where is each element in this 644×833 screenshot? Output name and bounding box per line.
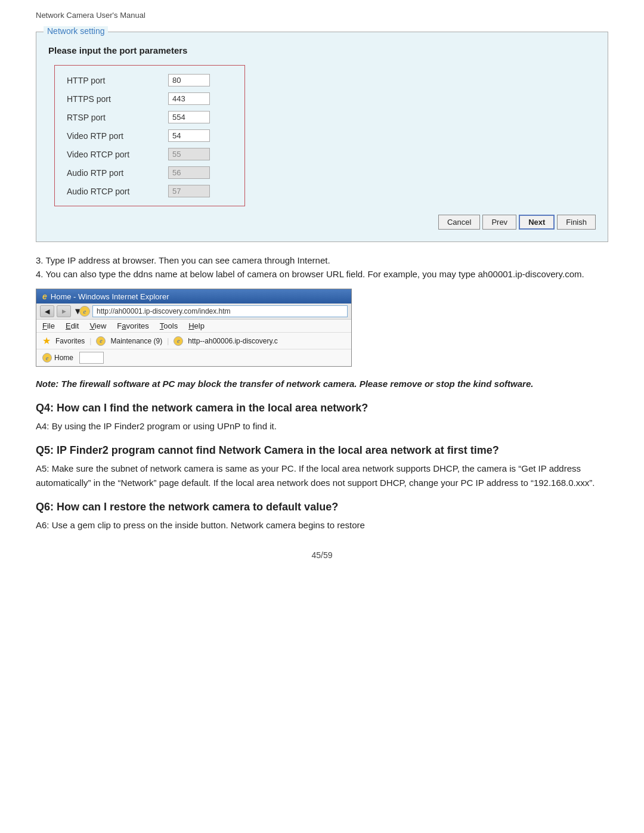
manual-title: Network Camera User's Manual	[36, 11, 145, 20]
rtsp-port-row: RTSP port	[67, 111, 233, 123]
ie-maintenance-label: Maintenance (9)	[110, 337, 162, 345]
https-port-input[interactable]	[168, 92, 210, 105]
ie-toolbar-e-icon: e	[96, 336, 106, 346]
video-rtp-port-input[interactable]	[168, 129, 210, 142]
page-header: Network Camera User's Manual	[0, 0, 644, 26]
video-rtcp-port-row: Video RTCP port	[67, 148, 233, 160]
video-rtp-port-row: Video RTP port	[67, 129, 233, 142]
ie-menu-help[interactable]: Help	[188, 321, 205, 330]
ie-separator2: |	[167, 337, 169, 345]
page-number: 45/59	[36, 550, 608, 560]
ie-e-icon: e	[79, 306, 90, 317]
page-content: Network setting Please input the port pa…	[0, 26, 644, 584]
audio-rtp-port-row: Audio RTP port	[67, 166, 233, 179]
q6-heading: Q6: How can I restore the network camera…	[36, 501, 608, 513]
ie-toolbar: ★ Favorites | e Maintenance (9) | e http…	[36, 333, 351, 349]
port-fields-box: HTTP port HTTPS port RTSP port Video RTP…	[54, 65, 245, 206]
ie-favorites-label: Favorites	[55, 337, 85, 345]
ie-globe-icon: e	[42, 292, 47, 301]
ie-menu-edit[interactable]: Edit	[66, 321, 79, 330]
ie-url-input[interactable]: http://ah00001.ip-discovery.com/index.ht…	[92, 305, 348, 317]
note-text: Note: The firewall software at PC may bl…	[36, 377, 608, 391]
ie-forward-button[interactable]: ▶	[57, 305, 71, 317]
q5-answer: A5: Make sure the subnet of network came…	[36, 462, 608, 490]
video-rtcp-port-input	[168, 148, 210, 160]
ie-address-bar: ◀ ▶ ▼ e http://ah00001.ip-discovery.com/…	[36, 304, 351, 320]
rtsp-port-label: RTSP port	[67, 113, 168, 122]
ie-tab-label: Home	[54, 354, 73, 362]
http-port-input[interactable]	[168, 74, 210, 86]
network-setting-legend: Network setting	[44, 26, 108, 36]
step4-text: 4. You can also type the ddns name at be…	[36, 269, 608, 279]
ie-window: e Home - Windows Internet Explorer ◀ ▶ ▼…	[36, 289, 352, 367]
https-port-row: HTTPS port	[67, 92, 233, 105]
audio-rtcp-port-row: Audio RTCP port	[67, 185, 233, 197]
q5-heading: Q5: IP Finder2 program cannot find Netwo…	[36, 444, 608, 457]
next-button[interactable]: Next	[519, 215, 555, 230]
ie-tab-e-icon: e	[42, 353, 52, 363]
ie-tab-content-area	[79, 352, 104, 364]
finish-button[interactable]: Finish	[557, 215, 596, 230]
video-rtp-port-label: Video RTP port	[67, 131, 168, 141]
ie-title-bar: e Home - Windows Internet Explorer	[36, 289, 351, 304]
note-content: Note: The firewall software at PC may bl…	[36, 379, 533, 389]
audio-rtcp-port-input	[168, 185, 210, 197]
ie-dropdown-btn: ▼	[73, 306, 77, 317]
audio-rtp-port-input	[168, 166, 210, 179]
network-setting-box: Network setting Please input the port pa…	[36, 32, 608, 242]
ie-menu-favorites[interactable]: Favorites	[117, 321, 148, 330]
q4-answer: A4: By using the IP Finder2 program or u…	[36, 419, 608, 433]
ie-menu-view[interactable]: View	[89, 321, 106, 330]
ie-favorites-star-icon: ★	[42, 335, 51, 346]
ie-menu-tools[interactable]: Tools	[160, 321, 178, 330]
video-rtcp-port-label: Video RTCP port	[67, 150, 168, 159]
q6-answer: A6: Use a gem clip to press on the insid…	[36, 518, 608, 532]
ie-menu-file[interactable]: File	[42, 321, 55, 330]
http-port-row: HTTP port	[67, 74, 233, 86]
ie-menu-bar: File Edit View Favorites Tools Help	[36, 320, 351, 333]
cancel-button[interactable]: Cancel	[438, 215, 480, 230]
ie-tab-area: e Home	[36, 349, 351, 366]
audio-rtp-port-label: Audio RTP port	[67, 168, 168, 178]
ie-back-button[interactable]: ◀	[40, 305, 54, 317]
ie-separator: |	[89, 337, 91, 345]
audio-rtcp-port-label: Audio RTCP port	[67, 187, 168, 196]
rtsp-port-input[interactable]	[168, 111, 210, 123]
prev-button[interactable]: Prev	[482, 215, 516, 230]
step3-text: 3. Type IP address at browser. Then you …	[36, 255, 608, 265]
ie-home-tab[interactable]: e Home	[42, 353, 73, 363]
q4-heading: Q4: How can I find the network camera in…	[36, 402, 608, 414]
http-port-label: HTTP port	[67, 76, 168, 85]
dialog-button-row: Cancel Prev Next Finish	[48, 215, 596, 230]
ie-window-title: Home - Windows Internet Explorer	[51, 292, 169, 301]
ie-discovery-label: http--ah00006.ip-discovery.c	[188, 337, 278, 345]
network-setting-title: Please input the port parameters	[48, 45, 596, 55]
ie-toolbar-e-icon2: e	[174, 336, 183, 346]
https-port-label: HTTPS port	[67, 94, 168, 104]
